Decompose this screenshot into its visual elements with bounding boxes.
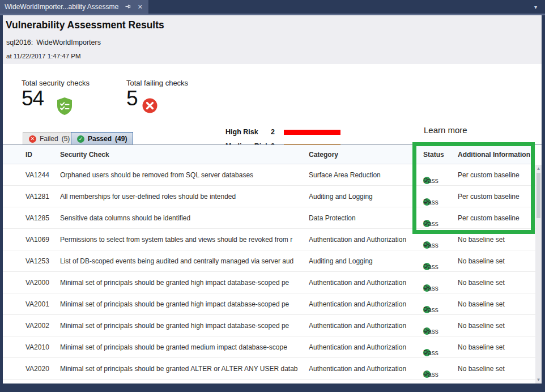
cell-category: Authentication and Authorization bbox=[309, 300, 419, 308]
cell-security-check: Minimal set of principals should be gran… bbox=[60, 322, 300, 330]
status-text: Pass bbox=[423, 220, 438, 228]
table-row[interactable]: VA2020 Minimal set of principals should … bbox=[3, 358, 535, 380]
table-row[interactable]: VA2000 Minimal set of principals should … bbox=[3, 272, 535, 293]
table-row[interactable]: VA1281 All memberships for user-defined … bbox=[3, 186, 535, 207]
tab-passed-count: (49) bbox=[115, 135, 127, 143]
tab-passed-label: Passed bbox=[88, 135, 112, 143]
cell-additional-information: Per custom baseline bbox=[458, 171, 520, 179]
table-body: VA1244 Orphaned users should be removed … bbox=[3, 164, 535, 380]
table-row[interactable]: VA1253 List of DB-scoped events being au… bbox=[3, 250, 535, 272]
scrollbar-thumb[interactable] bbox=[537, 173, 540, 218]
cell-category: Auditing and Logging bbox=[309, 193, 419, 201]
failing-checks-value: 5 bbox=[126, 87, 138, 110]
tab-failed-count: (5) bbox=[62, 135, 70, 143]
cell-category: Auditing and Logging bbox=[309, 257, 419, 265]
cell-category: Surface Area Reduction bbox=[309, 171, 419, 179]
document-tab-strip: WideWorldImporter...ability Assessment ✕… bbox=[0, 0, 545, 14]
cell-security-check: Minimal set of principals should be gran… bbox=[60, 343, 300, 351]
fail-circle-icon: ✕ bbox=[29, 135, 36, 143]
results-header: Vulnerability Assessment Results sql2016… bbox=[3, 15, 542, 64]
header-additional-information: Additional Information bbox=[458, 151, 530, 159]
table-row[interactable]: VA1244 Orphaned users should be removed … bbox=[3, 164, 535, 186]
failing-checks-label: Total failing checks bbox=[126, 79, 188, 87]
cell-id: VA2002 bbox=[25, 322, 49, 330]
status-text: Pass bbox=[423, 241, 438, 249]
total-checks-label: Total security checks bbox=[22, 79, 90, 87]
server-name: sql2016: bbox=[6, 39, 33, 46]
result-tabs: ✕ Failed (5) ✓ Passed (49) bbox=[3, 131, 542, 145]
cell-id: VA1069 bbox=[25, 236, 49, 244]
window-bottom-frame bbox=[0, 384, 545, 392]
cell-security-check: List of DB-scoped events being audited a… bbox=[60, 257, 300, 265]
header-category: Category bbox=[309, 151, 338, 159]
cell-category: Data Protection bbox=[309, 214, 419, 222]
tab-failed[interactable]: ✕ Failed (5) bbox=[23, 132, 76, 145]
cell-security-check: Orphaned users should be removed from SQ… bbox=[60, 171, 300, 179]
status-text: Pass bbox=[423, 198, 438, 206]
cell-category: Authentication and Authorization bbox=[309, 279, 419, 287]
status-text: Pass bbox=[423, 370, 438, 378]
window-right-frame bbox=[542, 15, 545, 384]
status-text: Pass bbox=[423, 263, 438, 271]
database-name: WideWorldImporters bbox=[36, 39, 101, 46]
cell-security-check: Minimal set of principals should be gran… bbox=[60, 300, 300, 308]
scroll-up-icon[interactable]: ▲ bbox=[535, 165, 542, 172]
cell-additional-information: No baseline set bbox=[458, 279, 505, 287]
table-header-row: ID Security Check Category Status Additi… bbox=[3, 145, 535, 164]
vertical-scrollbar[interactable]: ▲ ▼ bbox=[535, 165, 542, 384]
cell-additional-information: No baseline set bbox=[458, 257, 505, 265]
cell-additional-information: No baseline set bbox=[458, 343, 505, 351]
table-row[interactable]: VA2010 Minimal set of principals should … bbox=[3, 336, 535, 358]
total-checks-value: 54 bbox=[22, 87, 44, 110]
cell-category: Authentication and Authorization bbox=[309, 365, 419, 373]
shield-checklist-icon bbox=[56, 97, 73, 118]
cell-additional-information: No baseline set bbox=[458, 300, 505, 308]
cell-additional-information: No baseline set bbox=[458, 236, 505, 244]
server-database-line: sql2016:WideWorldImporters bbox=[6, 39, 101, 46]
header-id: ID bbox=[25, 151, 32, 159]
window-left-frame bbox=[0, 15, 3, 384]
pass-circle-icon: ✓ bbox=[77, 135, 84, 143]
cell-id: VA1285 bbox=[25, 214, 49, 222]
cell-additional-information: Per custom baseline bbox=[458, 193, 520, 201]
table-row[interactable]: VA2001 Minimal set of principals should … bbox=[3, 293, 535, 315]
vulnerability-assessment-window: WideWorldImporter...ability Assessment ✕… bbox=[0, 0, 545, 392]
tab-failed-label: Failed bbox=[40, 135, 58, 143]
header-security-check: Security Check bbox=[60, 151, 109, 159]
cell-security-check: Sensitive data columns should be identif… bbox=[60, 214, 300, 222]
status-text: Pass bbox=[423, 284, 438, 292]
close-icon[interactable]: ✕ bbox=[137, 3, 144, 11]
cell-id: VA2000 bbox=[25, 279, 49, 287]
page-title: Vulnerability Assessment Results bbox=[6, 19, 164, 31]
cell-additional-information: No baseline set bbox=[458, 322, 505, 330]
summary-band: Total security checks 54 Total failing c… bbox=[3, 64, 542, 131]
cell-additional-information: Per custom baseline bbox=[458, 214, 520, 222]
cell-id: VA2020 bbox=[25, 365, 49, 373]
cell-id: VA1244 bbox=[25, 171, 49, 179]
table-row[interactable]: VA1069 Permissions to select from system… bbox=[3, 229, 535, 250]
cell-category: Authentication and Authorization bbox=[309, 236, 419, 244]
document-tab[interactable]: WideWorldImporter...ability Assessment ✕ bbox=[0, 0, 148, 14]
status-text: Pass bbox=[423, 327, 438, 335]
tab-passed[interactable]: ✓ Passed (49) bbox=[71, 132, 133, 145]
scan-timestamp: at 11/22/2017 1:47:47 PM bbox=[6, 53, 81, 59]
status-text: Pass bbox=[423, 177, 438, 185]
cell-security-check: Minimal set of principals should be gran… bbox=[60, 365, 300, 373]
cell-id: VA2001 bbox=[25, 300, 49, 308]
cell-id: VA1281 bbox=[25, 193, 49, 201]
table-row[interactable]: VA2002 Minimal set of principals should … bbox=[3, 315, 535, 336]
cell-category: Authentication and Authorization bbox=[309, 343, 419, 351]
status-text: Pass bbox=[423, 306, 438, 314]
header-status: Status bbox=[423, 151, 444, 159]
fail-x-icon bbox=[142, 98, 157, 116]
status-text: Pass bbox=[423, 349, 438, 357]
cell-id: VA2010 bbox=[25, 343, 49, 351]
cell-security-check: All memberships for user-defined roles s… bbox=[60, 193, 300, 201]
document-tab-title: WideWorldImporter...ability Assessment bbox=[5, 3, 119, 11]
scroll-down-icon[interactable]: ▼ bbox=[535, 376, 542, 384]
table-row[interactable]: VA1285 Sensitive data columns should be … bbox=[3, 207, 535, 229]
chevron-down-icon[interactable]: ▾ bbox=[534, 4, 537, 10]
document-content: Vulnerability Assessment Results sql2016… bbox=[3, 15, 542, 384]
pin-icon[interactable] bbox=[124, 3, 132, 11]
cell-category: Authentication and Authorization bbox=[309, 322, 419, 330]
